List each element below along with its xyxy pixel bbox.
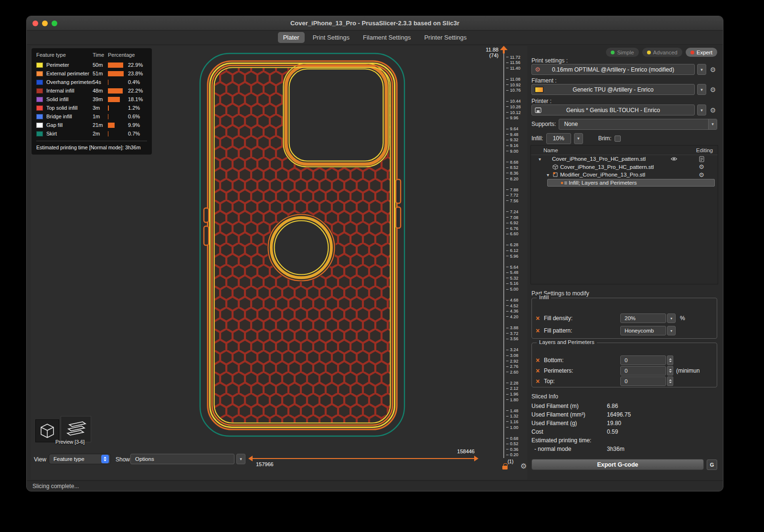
layer-tick[interactable]: 8.52: [506, 165, 527, 171]
print-settings-dropdown-button[interactable]: [697, 64, 706, 75]
gcode-icon[interactable]: G: [707, 459, 717, 470]
layer-tick[interactable]: 7.88: [506, 187, 527, 193]
sliced-model-preview[interactable]: [195, 50, 415, 446]
fill-density-dropdown-button[interactable]: [667, 313, 676, 323]
preview-3d-viewport[interactable]: Feature type Time Percentage Perimeter 5…: [31, 46, 527, 480]
printer-dropdown-button[interactable]: [697, 104, 706, 115]
show-options-dropdown-button[interactable]: [236, 454, 245, 464]
range-slider-track[interactable]: [252, 458, 475, 459]
remove-setting-icon[interactable]: [536, 367, 544, 375]
top-spin-arrows[interactable]: [667, 376, 673, 386]
chevron-down-icon[interactable]: ▾: [537, 156, 543, 162]
layer-tick[interactable]: 9.00: [506, 148, 527, 154]
layer-tick[interactable]: 11.40: [506, 65, 527, 71]
layer-tick[interactable]: 9.16: [506, 143, 527, 148]
infill-select[interactable]: 10%: [546, 133, 571, 144]
print-settings-gear-icon[interactable]: [709, 66, 717, 73]
layer-tick[interactable]: 1.48: [506, 408, 527, 414]
layer-tick[interactable]: 2.28: [506, 380, 527, 386]
filament-gear-icon[interactable]: [709, 86, 717, 94]
fill-pattern-dropdown-button[interactable]: [667, 326, 676, 335]
layer-tick[interactable]: 2.92: [506, 358, 527, 364]
layer-tick[interactable]: 3.88: [506, 325, 527, 331]
print-settings-select[interactable]: 0.16mm OPTIMAL @Artillery - Enrico (modi…: [531, 64, 695, 75]
layer-tick[interactable]: 9.64: [506, 126, 527, 132]
layer-tick[interactable]: 1.00: [506, 425, 527, 430]
layer-tick[interactable]: 9.32: [506, 137, 527, 143]
layer-tick[interactable]: 6.28: [506, 242, 527, 248]
object-tree-row[interactable]: ▾ Modifier_Cover_iPhone_13_Pro.stl: [531, 171, 718, 179]
perimeters-spinner[interactable]: 0: [620, 366, 666, 376]
view-mode-select[interactable]: Feature type: [49, 454, 111, 464]
mode-advanced[interactable]: Advanced: [642, 48, 682, 57]
layer-tick[interactable]: 10.76: [506, 87, 527, 93]
fill-density-input[interactable]: 20%: [620, 313, 666, 323]
layer-tick[interactable]: 10.44: [506, 99, 527, 104]
tab-print-settings[interactable]: Print Settings: [308, 32, 355, 43]
layer-tick[interactable]: 3.72: [506, 331, 527, 336]
tab-printer-settings[interactable]: Printer Settings: [419, 32, 472, 43]
remove-setting-icon[interactable]: [536, 356, 544, 364]
layer-tick[interactable]: 0.68: [506, 436, 527, 441]
layer-tick[interactable]: 1.16: [506, 419, 527, 425]
layer-tick[interactable]: 8.36: [506, 170, 527, 176]
printer-gear-icon[interactable]: [709, 106, 717, 114]
layer-tick[interactable]: 7.56: [506, 198, 527, 204]
layer-tick[interactable]: 10.92: [506, 82, 527, 88]
layer-slider-track[interactable]: [503, 53, 504, 458]
page-icon[interactable]: [699, 156, 704, 162]
layer-tick[interactable]: 4.36: [506, 309, 527, 314]
remove-setting-icon[interactable]: [536, 327, 544, 334]
object-tree-row[interactable]: Cover_iPhone_13_Pro_HC_pattern.stl: [531, 163, 718, 171]
gear-icon[interactable]: [699, 171, 704, 178]
minimize-window-button[interactable]: [42, 21, 48, 26]
show-options-select[interactable]: Options: [130, 454, 234, 464]
layer-tick[interactable]: 6.92: [506, 220, 527, 226]
layer-tick[interactable]: 6.60: [506, 231, 527, 237]
layer-tick[interactable]: 10.28: [506, 104, 527, 110]
tab-plater[interactable]: Plater: [278, 32, 305, 43]
layer-tick[interactable]: 9.48: [506, 132, 527, 137]
supports-dropdown-arrow[interactable]: [708, 119, 717, 129]
mode-simple[interactable]: Simple: [606, 48, 638, 57]
layer-tick[interactable]: 5.64: [506, 264, 527, 270]
mode-expert[interactable]: Expert: [686, 48, 717, 57]
layer-tick[interactable]: 7.24: [506, 209, 527, 215]
layer-tick[interactable]: 6.12: [506, 248, 527, 253]
layer-slider-handle[interactable]: [499, 46, 508, 53]
close-window-button[interactable]: [32, 21, 38, 26]
layer-tick[interactable]: 9.96: [506, 115, 527, 121]
layer-tick[interactable]: 3.24: [506, 347, 527, 353]
layer-tick[interactable]: 11.08: [506, 76, 527, 82]
chevron-down-icon[interactable]: ▾: [545, 172, 551, 177]
supports-select[interactable]: None: [559, 119, 717, 130]
layer-tick[interactable]: 2.76: [506, 364, 527, 369]
export-gcode-button[interactable]: Export G-code: [531, 459, 704, 470]
layer-tick[interactable]: 7.72: [506, 192, 527, 198]
top-layers-spinner[interactable]: 0: [620, 376, 666, 386]
layer-tick[interactable]: 10.12: [506, 110, 527, 115]
filament-dropdown-button[interactable]: [697, 84, 706, 95]
printer-select[interactable]: Genius * Genius BL-TOUCH - Enrico: [531, 104, 695, 115]
infill-dropdown-button[interactable]: [574, 133, 583, 144]
preview-view-thumbnail[interactable]: [61, 416, 91, 442]
layer-tick[interactable]: 3.56: [506, 336, 527, 342]
layer-tick[interactable]: 5.96: [506, 253, 527, 259]
titlebar[interactable]: Cover_iPhone_13_Pro - PrusaSlicer-2.3.3 …: [27, 16, 723, 31]
layer-tick[interactable]: 7.08: [506, 215, 527, 220]
tab-filament-settings[interactable]: Filament Settings: [358, 32, 416, 43]
layer-tick[interactable]: 5.48: [506, 270, 527, 276]
layer-tick[interactable]: 1.32: [506, 414, 527, 419]
gear-icon[interactable]: [699, 163, 704, 170]
filament-select[interactable]: Generic TPU @Artillery - Enrico: [531, 84, 695, 95]
perimeters-spin-arrows[interactable]: [667, 366, 673, 376]
bottom-layers-spinner[interactable]: 0: [620, 355, 666, 365]
layer-tick[interactable]: 2.12: [506, 386, 527, 392]
range-slider-right-handle[interactable]: [474, 456, 478, 461]
bottom-spin-arrows[interactable]: [667, 355, 673, 365]
range-slider-left-handle[interactable]: [248, 456, 253, 461]
zoom-window-button[interactable]: [52, 21, 57, 26]
layer-tick[interactable]: 4.52: [506, 303, 527, 309]
layer-tick[interactable]: 3.08: [506, 353, 527, 358]
layer-tick[interactable]: 5.16: [506, 281, 527, 287]
